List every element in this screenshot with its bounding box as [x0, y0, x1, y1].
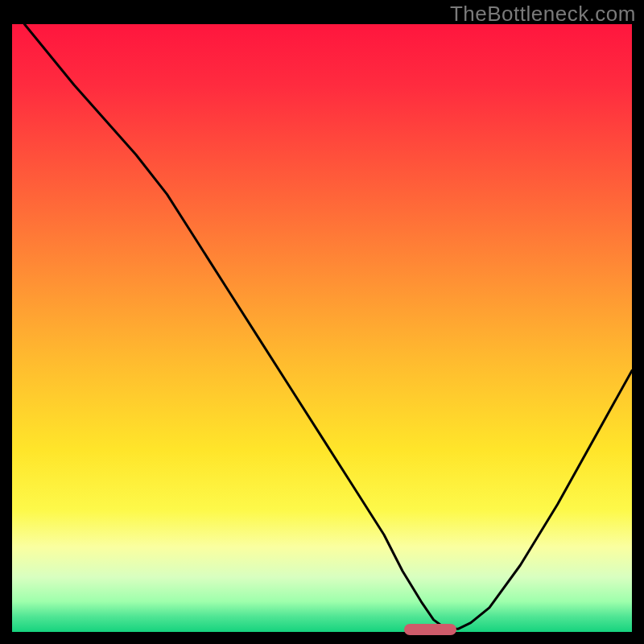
watermark-text: TheBottleneck.com [450, 2, 636, 27]
chart-frame: TheBottleneck.com [0, 0, 644, 644]
plot-svg [12, 24, 632, 632]
plot-area [12, 24, 632, 632]
gradient-bg [12, 24, 632, 632]
minimum-marker [404, 624, 456, 635]
